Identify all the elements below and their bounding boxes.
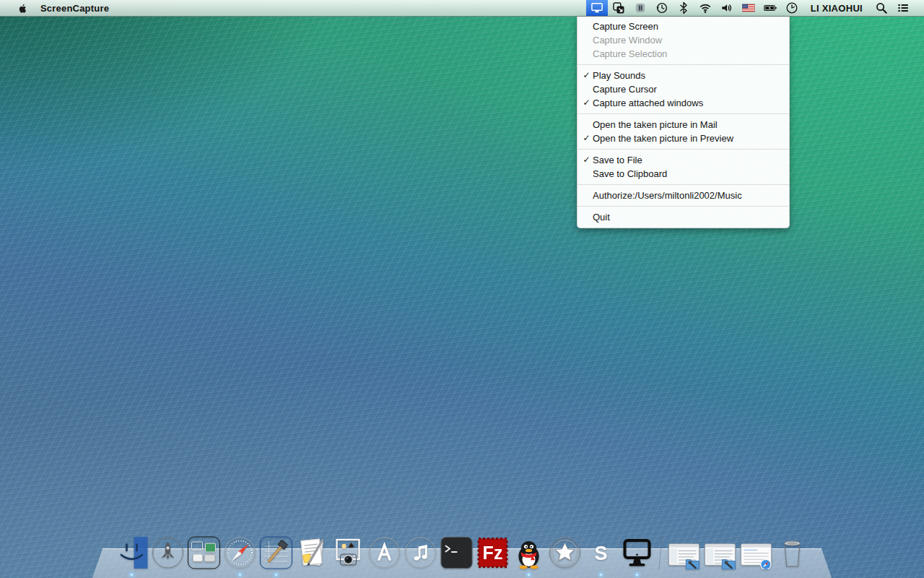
dock-item-star-app[interactable] — [547, 535, 583, 570]
display-transfer-icon[interactable] — [608, 0, 629, 16]
dock-item-minimized-window-xcode-1[interactable] — [666, 535, 702, 570]
mission-control-icon — [187, 535, 222, 570]
menu-separator — [578, 184, 789, 185]
menu-item-capture-screen[interactable]: Capture Screen — [578, 20, 789, 33]
dock-item-skype[interactable]: S — [583, 535, 619, 570]
menu-bar: ScreenCapture LI XIAOHUI — [0, 0, 924, 17]
dock-item-screencapture-app[interactable] — [619, 535, 655, 570]
running-indicator — [274, 573, 279, 577]
dock-item-filezilla[interactable]: Fz — [475, 535, 511, 570]
dock-item-launchpad[interactable] — [150, 535, 186, 570]
menu-item-label: Open the taken picture in Mail — [593, 118, 718, 131]
dock-item-qq[interactable] — [511, 535, 547, 570]
running-indicator — [526, 573, 531, 577]
menu-separator — [578, 149, 789, 150]
menu-item-capture-selection: Capture Selection — [578, 47, 789, 61]
menu-item-label: Capture Selection — [593, 47, 667, 61]
running-indicator — [129, 573, 134, 577]
time-machine-icon[interactable] — [651, 0, 673, 16]
wifi-icon[interactable] — [694, 0, 716, 16]
paused-app-icon[interactable] — [629, 0, 651, 16]
running-indicator — [237, 573, 243, 577]
spotlight-icon — [874, 1, 889, 15]
dock: FzS — [0, 526, 924, 578]
menu-item-capture-attached-windows[interactable]: ✓Capture attached windows — [578, 96, 789, 110]
battery-charging-icon[interactable] — [759, 0, 781, 16]
menu-item-open-the-taken-picture-in-mail[interactable]: Open the taken picture in Mail — [578, 118, 789, 131]
safari-icon — [223, 535, 258, 570]
itunes-icon — [404, 535, 438, 570]
svg-text:S: S — [594, 543, 607, 564]
menu-item-label: Capture Cursor — [593, 82, 657, 96]
dock-item-xcode[interactable] — [258, 535, 295, 570]
skype-icon: S — [584, 535, 619, 570]
dock-item-mission-control[interactable] — [186, 535, 222, 570]
window-xcode-icon — [704, 542, 737, 569]
dock-item-itunes[interactable] — [403, 535, 439, 570]
dock-item-app-store[interactable] — [367, 535, 403, 570]
menubar-clock-icon[interactable] — [781, 0, 803, 16]
dock-item-textedit[interactable] — [295, 535, 331, 570]
terminal-icon — [440, 535, 474, 570]
screencapture-menubar-icon[interactable] — [586, 0, 608, 16]
checkmark-icon: ✓ — [582, 96, 591, 110]
menu-item-save-to-file[interactable]: ✓Save to File — [578, 153, 789, 167]
wifi-icon — [698, 1, 712, 15]
launchpad-icon — [151, 535, 186, 570]
star-app-icon — [548, 535, 583, 570]
menu-item-capture-cursor[interactable]: Capture Cursor — [578, 82, 789, 96]
checkmark-icon: ✓ — [582, 69, 591, 82]
qq-icon — [512, 535, 546, 570]
volume-icon[interactable] — [716, 0, 738, 16]
screencapture-icon — [620, 535, 655, 570]
dock-item-minimized-window-xcode-2[interactable] — [702, 535, 738, 570]
menu-item-capture-window: Capture Window — [578, 33, 789, 47]
notification-center-icon[interactable] — [892, 0, 914, 16]
checkmark-icon: ✓ — [582, 131, 591, 145]
xcode-icon — [259, 535, 294, 570]
us-flag-icon — [741, 1, 756, 15]
dock-items: FzS — [114, 535, 811, 570]
dock-item-minimized-window-safari[interactable] — [738, 535, 775, 570]
spotlight-icon[interactable] — [871, 0, 892, 16]
menu-separator — [578, 206, 789, 207]
menu-item-label: Capture Window — [593, 33, 662, 47]
menu-item-label: Save to File — [593, 153, 642, 167]
notification-list-icon — [896, 1, 910, 15]
dock-item-terminal[interactable] — [439, 535, 475, 570]
menu-item-save-to-clipboard[interactable]: Save to Clipboard — [578, 167, 789, 181]
time-machine-icon — [655, 1, 669, 15]
menu-item-authorize-users-miltonli2002-music[interactable]: Authorize:/Users/miltonli2002/Music — [578, 189, 789, 202]
running-indicator — [598, 573, 603, 577]
app-menu-title[interactable]: ScreenCapture — [40, 3, 109, 14]
photo-booth-icon — [331, 535, 366, 570]
menu-item-label: Open the taken picture in Preview — [593, 131, 733, 145]
dock-item-trash[interactable] — [775, 535, 811, 570]
input-source-us-flag-icon[interactable] — [738, 0, 759, 16]
finder-icon — [115, 535, 149, 570]
menu-bar-left: ScreenCapture — [0, 0, 109, 16]
textedit-icon — [295, 535, 330, 570]
menu-item-label: Play Sounds — [593, 69, 645, 82]
desktop-wallpaper: ScreenCapture LI XIAOHUI Capture ScreenC… — [0, 0, 924, 578]
dock-item-safari[interactable] — [222, 535, 258, 570]
menu-item-quit[interactable]: Quit — [578, 210, 789, 224]
battery-charging-icon — [763, 1, 777, 15]
dock-item-photo-booth[interactable] — [331, 535, 367, 570]
apple-icon — [17, 2, 28, 14]
menu-item-label: Authorize:/Users/miltonli2002/Music — [593, 189, 742, 202]
menu-item-play-sounds[interactable]: ✓Play Sounds — [578, 69, 789, 82]
dock-item-finder[interactable] — [114, 535, 150, 570]
clock-icon — [785, 1, 799, 15]
filezilla-icon: Fz — [476, 535, 510, 570]
bluetooth-icon[interactable] — [673, 0, 694, 16]
trash-icon — [775, 535, 810, 570]
menu-item-open-the-taken-picture-in-preview[interactable]: ✓Open the taken picture in Preview — [578, 131, 789, 145]
overlap-squares-icon — [611, 1, 626, 15]
pause-badge-icon — [633, 1, 648, 15]
menubar-username[interactable]: LI XIAOHUI — [803, 0, 871, 16]
running-indicator — [635, 573, 640, 577]
menu-separator — [578, 113, 789, 114]
apple-menu[interactable] — [10, 0, 35, 16]
checkmark-icon: ✓ — [582, 153, 591, 167]
